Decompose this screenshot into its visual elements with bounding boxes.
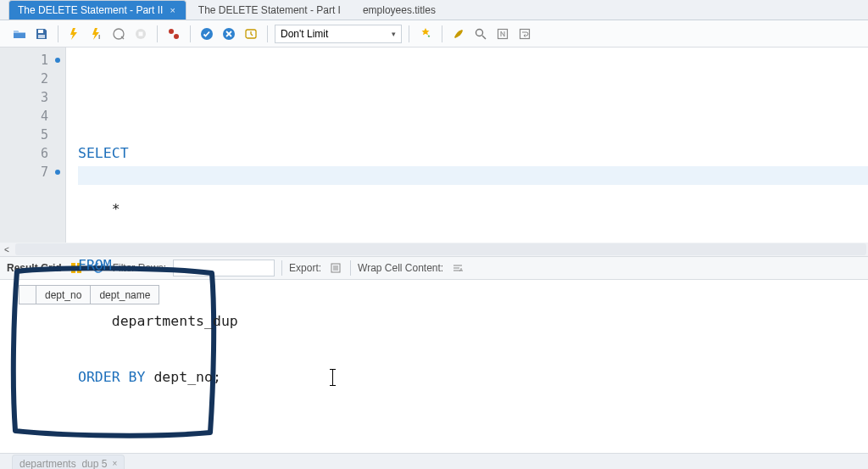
scroll-left-icon[interactable]: < xyxy=(0,243,14,256)
svg-rect-14 xyxy=(71,263,75,267)
row-header-corner xyxy=(19,286,36,304)
column-header[interactable]: dept_name xyxy=(91,286,159,304)
commit-button[interactable] xyxy=(198,25,216,43)
text-cursor-icon xyxy=(332,370,333,385)
keyword: ORDER BY xyxy=(78,369,145,385)
limit-label: Don't Limit xyxy=(281,28,328,40)
tab-label: employees.titles xyxy=(363,4,436,16)
tab-label: The DELETE Statement - Part II xyxy=(18,4,163,16)
wrap-button[interactable] xyxy=(515,25,534,43)
separator xyxy=(442,25,442,42)
brush-button[interactable] xyxy=(449,25,468,43)
editor-tabs: The DELETE Statement - Part II × The DEL… xyxy=(0,0,868,20)
save-button[interactable] xyxy=(32,25,51,43)
execute-current-button[interactable]: I xyxy=(87,25,106,43)
svg-point-6 xyxy=(169,29,174,34)
token: * xyxy=(112,201,120,217)
column-header[interactable]: dept_no xyxy=(36,286,91,304)
line-number-gutter: 1 2 3 4 5 6 7 xyxy=(0,47,66,243)
result-grid-label: Result Grid xyxy=(7,262,62,274)
tab-delete-part-1[interactable]: The DELETE Statement - Part I xyxy=(190,0,351,20)
separator xyxy=(157,25,158,42)
result-table: dept_no dept_name xyxy=(19,285,159,304)
separator xyxy=(190,25,191,42)
rollback-button[interactable] xyxy=(220,25,238,43)
identifier: departments_dup xyxy=(112,313,238,329)
find-button[interactable] xyxy=(471,25,490,43)
close-icon[interactable]: × xyxy=(170,5,175,15)
identifier: dept_no xyxy=(153,369,213,385)
toggle-safe-updates-button[interactable] xyxy=(242,25,260,43)
tab-label: The DELETE Statement - Part I xyxy=(198,4,341,16)
separator xyxy=(409,25,409,42)
result-tab-departments-dup[interactable]: departments_dup 5 × xyxy=(12,455,125,469)
execute-button[interactable] xyxy=(65,25,84,43)
tab-employees-titles[interactable]: employees.titles xyxy=(354,0,446,20)
svg-point-11 xyxy=(476,29,483,36)
svg-point-7 xyxy=(174,34,179,39)
svg-rect-16 xyxy=(71,269,75,273)
keyword: FROM xyxy=(78,257,112,273)
separator xyxy=(267,25,268,42)
keyword: SELECT xyxy=(78,145,129,161)
sql-toolbar: I Don't Limit xyxy=(0,20,868,47)
close-icon[interactable]: × xyxy=(112,459,117,468)
current-line-highlight xyxy=(78,166,868,185)
beautify-button[interactable] xyxy=(416,25,435,43)
code-area[interactable]: SELECT * FROM departments_dup ORDER BY d… xyxy=(66,47,868,243)
toggle-autocommit-button[interactable] xyxy=(164,25,183,43)
stop-button[interactable] xyxy=(131,25,150,43)
token: ; xyxy=(213,369,221,385)
svg-rect-1 xyxy=(38,35,45,38)
tab-delete-part-2[interactable]: The DELETE Statement - Part II × xyxy=(8,0,186,20)
svg-rect-0 xyxy=(38,30,43,33)
svg-text:I: I xyxy=(98,33,100,41)
limit-rows-select[interactable]: Don't Limit xyxy=(275,25,402,43)
result-tab-label: departments_dup 5 xyxy=(19,458,107,470)
toggle-invisible-button[interactable] xyxy=(493,25,512,43)
explain-button[interactable] xyxy=(109,25,128,43)
sql-editor[interactable]: 1 2 3 4 5 6 7 SELECT * FROM departments_… xyxy=(0,47,868,243)
separator xyxy=(58,25,58,42)
open-file-button[interactable] xyxy=(10,25,29,43)
svg-rect-5 xyxy=(139,31,143,36)
